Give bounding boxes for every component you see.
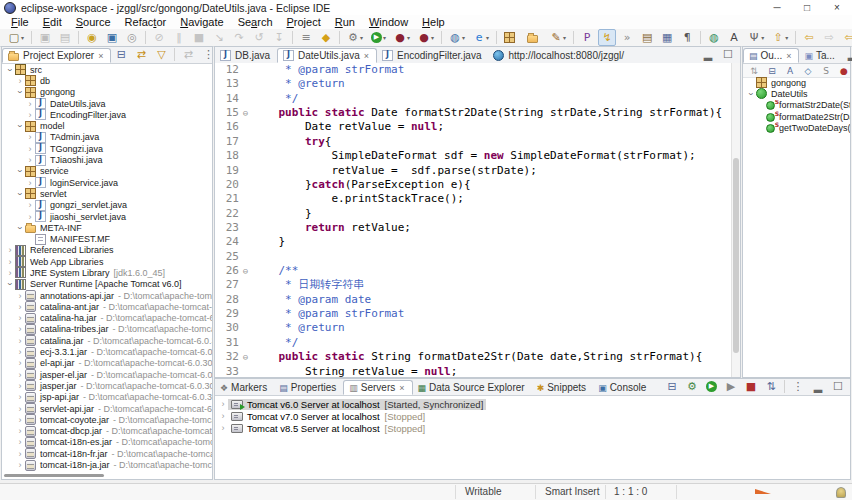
tab-properties[interactable]: ▤Properties — [274, 380, 343, 395]
tree-item[interactable]: ›jsp-api.jar- D:\tomcat\apache-tomcat-6.… — [2, 392, 212, 403]
debug-server-icon[interactable]: ⚙ — [683, 378, 701, 395]
tree-item[interactable]: ›catalina.jar- D:\tomcat\apache-tomcat-6… — [2, 335, 212, 346]
tree-item[interactable]: ›tomcat-coyote.jar- D:\tomcat\apache-tom… — [2, 414, 212, 425]
tree-item[interactable]: ›el-api.jar- D:\tomcat\apache-tomcat-6.0… — [2, 358, 212, 369]
ie-browser-icon[interactable]: e▾ — [470, 29, 492, 46]
run-on-server-icon[interactable]: ↯ — [598, 29, 616, 46]
twistie-icon[interactable]: › — [15, 302, 25, 312]
step-into-icon[interactable]: ↘ — [210, 29, 228, 46]
tree-item[interactable]: ›tomcat-i18n-ja.jar- D:\tomcat\apache-to… — [2, 459, 212, 470]
tree-item[interactable]: ›tomcat-i18n-fr.jar- D:\tomcat\apache-to… — [2, 448, 212, 459]
tree-item[interactable]: ›Referenced Libraries — [2, 245, 212, 256]
twistie-icon[interactable]: › — [218, 423, 228, 433]
twistie-icon[interactable]: › — [15, 404, 25, 414]
horizontal-scrollbar-thumb[interactable] — [4, 474, 104, 477]
twistie-icon[interactable]: › — [5, 65, 15, 75]
twistie-icon[interactable]: › — [15, 121, 25, 131]
tree-item[interactable]: ›jasper.jar- D:\tomcat\apache-tomcat-6.0… — [2, 380, 212, 391]
close-tab-icon[interactable]: × — [364, 51, 369, 61]
web-browser-icon[interactable]: ◍▾ — [446, 29, 468, 46]
hide-static-icon[interactable]: S — [818, 64, 834, 78]
menu-help[interactable]: Help — [422, 15, 445, 29]
link-with-editor-icon[interactable]: ⇅ — [746, 64, 762, 78]
new-java-package-icon[interactable] — [501, 29, 522, 46]
twistie-icon[interactable]: › — [15, 189, 25, 199]
hide-fields-icon[interactable]: ◇ — [800, 64, 816, 78]
menu-refactor[interactable]: Refactor — [125, 15, 167, 29]
publish-icon[interactable]: ⇅ — [762, 378, 780, 395]
twistie-icon[interactable]: › — [25, 212, 35, 222]
twistie-icon[interactable]: › — [15, 381, 25, 391]
collapse-all-icon[interactable]: ⊟ — [112, 46, 130, 63]
twistie-icon[interactable]: › — [5, 245, 15, 255]
show-whitespace-icon[interactable]: ¶ — [678, 29, 696, 46]
tree-item[interactable]: ›ecj-3.3.1.jar- D:\tomcat\apache-tomcat-… — [2, 346, 212, 357]
twistie-icon[interactable]: › — [5, 471, 15, 472]
scrollbar-thumb[interactable] — [733, 158, 739, 353]
view-menu-icon[interactable]: ⋮ — [789, 378, 807, 395]
tree-item[interactable]: ›TJiaoshi.java — [2, 154, 212, 165]
twistie-icon[interactable]: › — [15, 415, 25, 425]
tree-item[interactable]: ›Web App Libraries — [2, 256, 212, 267]
twistie-icon[interactable]: › — [15, 313, 25, 323]
last-edit-location-icon[interactable]: ≡ — [297, 29, 315, 46]
upload-icon[interactable]: ⇧▾ — [769, 29, 791, 46]
tree-item[interactable]: ›catalina-tribes.jar- D:\tomcat\apache-t… — [2, 324, 212, 335]
sort-icon[interactable]: A — [782, 64, 798, 78]
twistie-icon[interactable]: › — [15, 460, 25, 470]
tree-item[interactable]: ›TAdmin.java — [2, 132, 212, 143]
focus-icon[interactable]: ⇄ — [179, 46, 197, 63]
close-view-icon[interactable]: × — [399, 383, 404, 393]
menu-search[interactable]: Search — [238, 15, 273, 29]
maximize-button[interactable]: □ — [792, 0, 822, 15]
server-row[interactable]: ›Tomcat v8.5 Server at localhost[Stopped… — [215, 422, 850, 434]
twistie-icon[interactable]: › — [15, 358, 25, 368]
maximize-icon[interactable]: ☐ — [829, 378, 847, 395]
tree-item[interactable]: ›servlet-api.jar- D:\tomcat\apache-tomca… — [2, 403, 212, 414]
tree-item[interactable]: ›model — [2, 120, 212, 131]
twistie-icon[interactable]: › — [15, 324, 25, 334]
mark-occurrences-icon[interactable]: ◆ — [317, 29, 335, 46]
twistie-icon[interactable]: › — [25, 110, 35, 120]
close-view-icon[interactable]: × — [98, 51, 103, 61]
outline-item[interactable]: gongong — [743, 77, 850, 88]
menu-run[interactable]: Run — [335, 15, 355, 29]
twistie-icon[interactable]: › — [15, 449, 25, 459]
tab-markers[interactable]: ❖Markers — [215, 380, 274, 395]
menu-navigate[interactable]: Navigate — [180, 15, 223, 29]
tree-item[interactable]: ›annotations-api.jar- D:\tomcat\apache-t… — [2, 290, 212, 301]
jpa-icon[interactable]: P — [578, 29, 596, 46]
start-server-icon[interactable]: ▶ — [703, 378, 720, 395]
twistie-icon[interactable]: › — [15, 76, 25, 86]
twistie-icon[interactable]: › — [25, 99, 35, 109]
suspend-icon[interactable]: ‖ — [170, 29, 188, 46]
fold-marker-icon[interactable]: ⊖ — [239, 106, 252, 120]
tree-item[interactable]: ›JRE System Library[jdk1.6.0_45] — [2, 267, 212, 278]
coverage-icon[interactable]: ●▾ — [391, 29, 413, 46]
twistie-icon[interactable]: › — [15, 223, 25, 233]
tree-item[interactable]: ›catalina-ant.jar- D:\tomcat\apache-tomc… — [2, 301, 212, 312]
twistie-icon[interactable]: › — [218, 399, 228, 409]
tree-item[interactable]: ›service — [2, 166, 212, 177]
tree-item[interactable]: ›WebRoot — [2, 471, 212, 472]
globe-icon[interactable]: ◍ — [705, 29, 723, 46]
minimize-icon[interactable]: ▂ — [699, 46, 717, 63]
run-icon[interactable]: ▶▾ — [368, 29, 389, 46]
tab-project-explorer[interactable]: Project Explorer × — [2, 48, 111, 63]
save-icon[interactable]: ▣ — [36, 29, 54, 46]
twistie-icon[interactable]: › — [746, 89, 756, 99]
collapse-all-icon[interactable]: ⊟ — [764, 64, 780, 78]
skip-breakpoints-icon[interactable]: ⊘ — [150, 29, 168, 46]
tree-item[interactable]: ›catalina-ha.jar- D:\tomcat\apache-tomca… — [2, 313, 212, 324]
twistie-icon[interactable]: › — [218, 411, 228, 421]
stop-icon[interactable]: ■ — [190, 29, 208, 46]
tree-item[interactable]: ›EncodingFilter.java — [2, 109, 212, 120]
tab-ta[interactable]: ▣Ta... — [799, 48, 841, 63]
tree-item[interactable]: ›gongzi_servlet.java — [2, 200, 212, 211]
tab-ou[interactable]: ▤Ou...× — [743, 48, 799, 63]
tree-item[interactable]: ›META-INF — [2, 222, 212, 233]
back-icon[interactable]: ⇦ — [800, 29, 818, 46]
twistie-icon[interactable]: › — [5, 257, 15, 267]
back-history-icon[interactable]: ⇦▾ — [840, 29, 852, 46]
twistie-icon[interactable]: › — [15, 87, 25, 97]
